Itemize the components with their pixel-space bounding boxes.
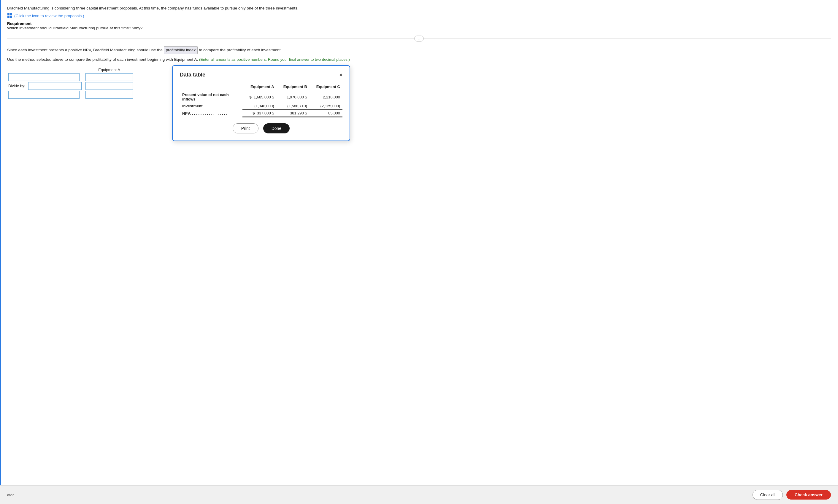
print-button[interactable]: Print [233,123,259,133]
npv-label: NPV. . . . . . . . . . . . . . . . . . [180,110,242,117]
intro-start: Since each investment presents a positiv… [7,48,163,52]
data-table-modal: Data table − × Equipment A Equipment B E… [172,65,350,141]
svg-rect-2 [7,16,10,18]
input-form: Equipment A Divide by: [7,67,134,99]
profitability-index-highlight: profitability index [164,46,198,54]
pv-label: Present value of net cashinflows [180,91,242,103]
modal-title: Data table [180,72,205,78]
check-answer-button[interactable]: Check answer [786,490,831,500]
instruction-start: Use the method selected above to compare… [7,57,198,62]
requirement-title: Requirement [7,21,831,26]
problem-description: Bradfield Manufacturing is considering t… [7,5,831,11]
modal-close-button[interactable]: × [339,72,343,78]
green-instruction: (Enter all amounts as positive numbers. … [199,57,350,62]
data-table: Equipment A Equipment B Equipment C Pres… [180,83,343,118]
row3-value-input[interactable] [85,91,133,99]
requirement-body: Which investment should Bradfield Manufa… [7,26,831,30]
footer-bar: ator Clear all Check answer [0,485,838,504]
click-proposals-link[interactable]: (Click the icon to review the proposals.… [14,14,84,18]
header-equipment-b: Equipment B [277,83,310,91]
done-button[interactable]: Done [263,123,290,133]
method-instruction: Use the method selected above to compare… [7,56,831,63]
pv-eq-c: 2,210,000 [310,91,343,103]
equipment-a-header: Equipment A [84,67,134,73]
svg-rect-0 [7,13,10,15]
npv-eq-c: 85,000 [310,110,343,117]
answer-intro: Since each investment presents a positiv… [7,46,831,54]
modal-footer: Print Done [180,123,343,133]
divide-label-input[interactable] [28,82,82,90]
npv-eq-a: $ 337,000 $ [242,110,277,117]
row2-value-input[interactable] [85,82,133,90]
invest-eq-c: (2,125,000) [310,103,343,110]
svg-rect-3 [10,16,12,18]
divide-by-label: Divide by: [8,84,27,88]
left-accent [0,0,1,485]
divider-dots[interactable]: ... [414,36,424,41]
intro-end: to compare the profitability of each inv… [199,48,282,52]
footer-left-label: ator [7,493,14,497]
invest-eq-b: (1,588,710) [277,103,310,110]
svg-rect-1 [10,13,12,15]
row3-label-input[interactable] [8,91,80,99]
pv-eq-a: $ 1,685,000 $ [242,91,277,103]
row1-label-input[interactable] [8,73,80,81]
footer-actions: Clear all Check answer [753,490,831,500]
grid-icon[interactable] [7,13,13,18]
invest-eq-a: (1,348,000) [242,103,277,110]
investment-label: Investment . . . . . . . . . . . . . [180,103,242,110]
header-equipment-c: Equipment C [310,83,343,91]
clear-all-button[interactable]: Clear all [753,490,783,500]
row1-value-input[interactable] [85,73,133,81]
header-equipment-a: Equipment A [242,83,277,91]
section-divider: ... [7,36,831,41]
modal-minimize-button[interactable]: − [333,72,336,78]
npv-eq-b: 381,290 $ [277,110,310,117]
pv-eq-b: 1,970,000 $ [277,91,310,103]
